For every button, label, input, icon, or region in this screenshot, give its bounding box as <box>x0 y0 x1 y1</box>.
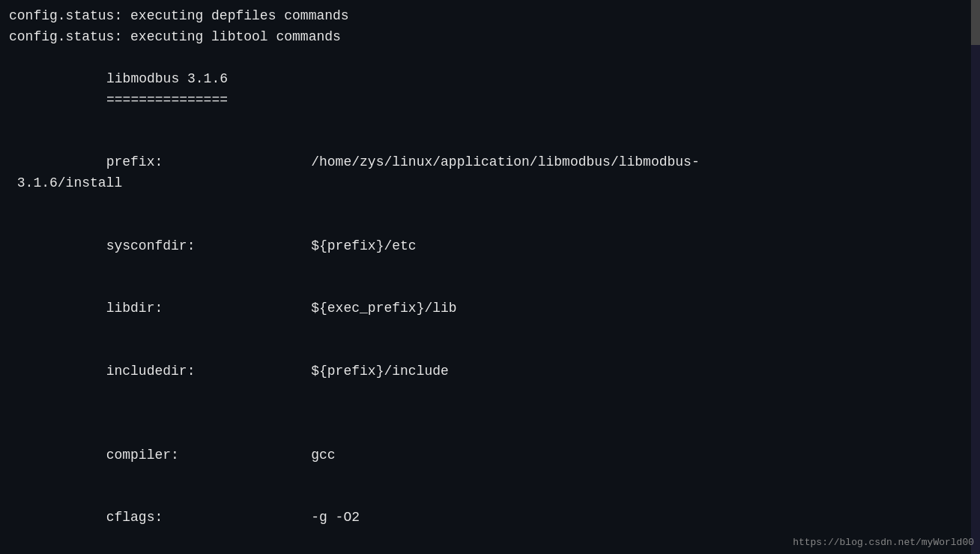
kv-value: gcc <box>311 448 335 463</box>
kv-label: prefix: <box>41 152 311 173</box>
terminal-kv-ldflags: ldflags: <box>9 550 971 554</box>
watermark: https://blog.csdn.net/myWorld00 <box>793 537 974 548</box>
kv-label: sysconfdir: <box>41 236 311 257</box>
terminal-line: config.status: executing depfiles comman… <box>9 6 971 27</box>
terminal-empty-line <box>9 403 971 424</box>
terminal-line: config.status: executing libtool command… <box>9 27 971 48</box>
kv-label: libdir: <box>41 298 311 319</box>
terminal-empty-line <box>9 110 971 131</box>
kv-label: compiler: <box>41 445 311 466</box>
terminal-empty-line <box>9 48 971 69</box>
terminal-line: =============== <box>9 90 971 111</box>
terminal-kv-prefix: prefix:/home/zys/linux/application/libmo… <box>9 131 971 215</box>
terminal-kv-libdir: libdir:${exec_prefix}/lib <box>9 278 971 341</box>
kv-label: includedir: <box>41 361 311 382</box>
scrollbar-thumb[interactable] <box>971 0 980 45</box>
terminal-kv-includedir: includedir:${prefix}/include <box>9 340 971 403</box>
terminal-kv-sysconfdir: sysconfdir:${prefix}/etc <box>9 215 971 278</box>
terminal: config.status: executing depfiles comman… <box>0 0 980 554</box>
kv-value: ${prefix}/include <box>311 364 449 379</box>
scrollbar[interactable] <box>971 0 980 554</box>
kv-value: ${exec_prefix}/lib <box>311 301 456 316</box>
kv-label: cflags: <box>41 508 311 529</box>
kv-value: ${prefix}/etc <box>311 238 416 253</box>
kv-value: -g -O2 <box>311 510 360 525</box>
terminal-line: libmodbus 3.1.6 <box>9 69 971 90</box>
terminal-kv-compiler: compiler:gcc <box>9 424 971 487</box>
